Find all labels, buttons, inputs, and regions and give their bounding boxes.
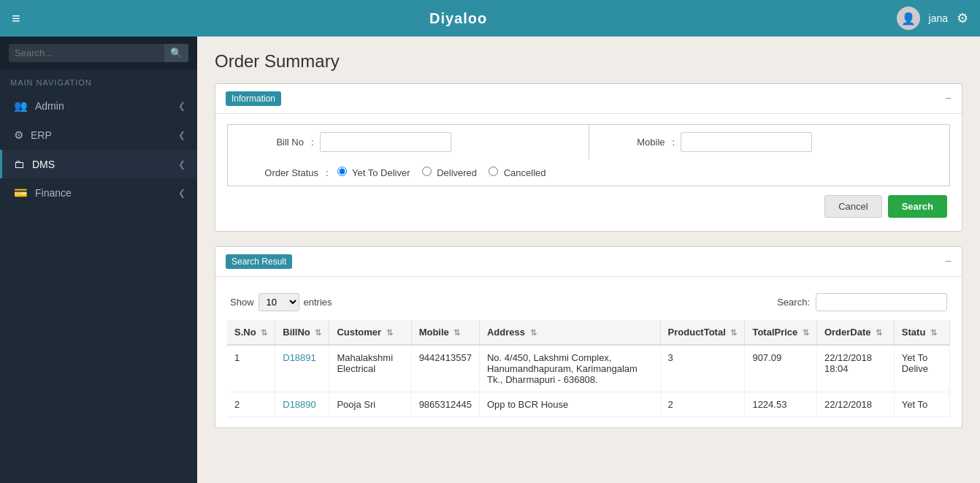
nav-label: MAIN NAVIGATION [0,69,197,91]
sno-sort-icon: ⇅ [261,328,267,337]
mobile-sort-icon: ⇅ [453,328,460,337]
cancelled-text: Cancelled [504,167,546,178]
content-area: Order Summary Information − Bill No : Mo [197,37,980,483]
radio-cancelled-label: Cancelled [489,167,545,178]
info-panel-header: Information − [215,84,962,114]
result-panel-badge: Search Result [226,254,292,269]
sidebar-search-input[interactable] [9,44,166,62]
order-status-label: Order Status [238,167,318,178]
table-row: 1 D18891 Mahalakshmi Electrical 94424135… [227,345,950,392]
sidebar-item-dms[interactable]: 🗀 DMS ❮ [0,150,197,178]
radio-delivered[interactable] [422,167,432,176]
dms-chevron: ❮ [178,159,185,170]
settings-icon[interactable]: ⚙ [957,10,968,26]
customer-sort-icon: ⇅ [386,328,393,337]
col-billno[interactable]: BillNo ⇅ [275,320,329,345]
yet-to-deliver-text: Yet To Deliver [352,167,410,178]
bill-no-field: Bill No : [228,125,589,159]
bill-no-label: Bill No [238,137,304,148]
order-date-sort-icon: ⇅ [876,328,882,337]
finance-chevron: ❮ [178,188,185,198]
delivered-text: Delivered [437,167,477,178]
table-header-row: S.No ⇅ BillNo ⇅ Customer ⇅ [227,320,950,345]
table-search-input[interactable] [816,293,947,311]
mobile-input[interactable] [681,132,812,152]
sidebar: 🔍 MAIN NAVIGATION 👥 Admin ❮ ⚙ ERP ❮ 🗀 DM… [0,37,197,483]
erp-chevron: ❮ [178,130,185,140]
dms-icon: 🗀 [14,158,25,170]
radio-cancelled[interactable] [489,167,498,176]
cancel-button[interactable]: Cancel [824,195,881,218]
col-mobile[interactable]: Mobile ⇅ [411,320,479,345]
finance-icon: 💳 [14,186,28,199]
cell-total-price-2: 1224.53 [745,392,817,417]
result-panel-collapse[interactable]: − [945,255,952,268]
page-title: Order Summary [215,51,962,72]
table-search-label: Search: [777,297,810,308]
table-body: 1 D18891 Mahalakshmi Electrical 94424135… [227,345,950,417]
result-panel-body: Show 10 25 50 100 entries Search: [215,277,962,427]
brand-title: Diyaloo [429,10,487,27]
status-colon: : [326,167,329,178]
mobile-colon: : [673,137,675,148]
cell-address-1: No. 4/450, Lakshmi Complex, Hanumandhapu… [479,345,660,392]
product-total-sort-icon: ⇅ [730,328,737,337]
result-panel: Search Result − Show 10 25 50 100 entrie… [215,246,962,428]
show-entries-select[interactable]: 10 25 50 100 [259,293,299,311]
cell-status-2: Yet To [894,392,949,417]
cell-address-2: Opp to BCR House [479,392,660,417]
show-entries-control: Show 10 25 50 100 entries [230,293,332,311]
bill-colon: : [311,137,314,148]
table-row: 2 D18890 Pooja Sri 9865312445 Opp to BCR… [227,392,950,417]
mobile-field: Mobile : [589,125,950,159]
cell-customer-2: Pooja Sri [329,392,411,417]
mobile-label: Mobile [600,137,665,148]
user-avatar: 👤 [897,7,920,30]
cell-mobile-1: 9442413557 [411,345,479,392]
admin-icon: 👥 [14,99,28,113]
sidebar-item-admin[interactable]: 👥 Admin ❮ [0,91,197,121]
info-panel-body: Bill No : Mobile : Order Status : [215,114,962,231]
address-sort-icon: ⇅ [530,328,537,337]
order-status-row: Order Status : Yet To Deliver Delivered [227,159,950,186]
total-price-sort-icon: ⇅ [803,328,809,337]
info-panel-badge: Information [226,91,281,106]
form-actions: Cancel Search [227,186,950,221]
show-label: Show [230,297,254,308]
radio-group: Yet To Deliver Delivered Cancelled [337,167,546,178]
hamburger-icon[interactable]: ≡ [12,10,20,27]
col-order-date[interactable]: OrderDate ⇅ [816,320,894,345]
header-right-icons: 👤 jana ⚙ [897,7,968,30]
sidebar-item-finance[interactable]: 💳 Finance ❮ [0,178,197,208]
radio-yet-to-deliver-label: Yet To Deliver [337,167,410,178]
col-address[interactable]: Address ⇅ [479,320,660,345]
bill-link-1[interactable]: D18891 [283,352,316,363]
col-status[interactable]: Statu ⇅ [894,320,949,345]
bill-link-2[interactable]: D18890 [283,399,316,410]
info-panel-collapse[interactable]: − [945,92,952,105]
cell-order-date-2: 22/12/2018 [816,392,894,417]
username-label: jana [929,12,948,24]
radio-yet-to-deliver[interactable] [337,167,347,176]
main-layout: 🔍 MAIN NAVIGATION 👥 Admin ❮ ⚙ ERP ❮ 🗀 DM… [0,37,980,483]
billno-sort-icon: ⇅ [315,328,321,337]
cell-billno-2: D18890 [275,392,329,417]
status-sort-icon: ⇅ [930,328,937,337]
result-panel-header: Search Result − [215,247,962,277]
sidebar-search-button[interactable]: 🔍 [164,44,188,62]
sidebar-item-erp-label: ERP [31,129,52,141]
col-total-price[interactable]: TotalPrice ⇅ [745,320,817,345]
cell-mobile-2: 9865312445 [411,392,479,417]
bill-no-input[interactable] [320,132,451,152]
col-sno[interactable]: S.No ⇅ [227,320,275,345]
results-table: S.No ⇅ BillNo ⇅ Customer ⇅ [227,320,950,417]
search-button[interactable]: Search [888,195,947,218]
col-product-total[interactable]: ProductTotal ⇅ [660,320,745,345]
cell-order-date-1: 22/12/2018 18:04 [816,345,894,392]
sidebar-item-finance-label: Finance [35,187,72,199]
col-customer[interactable]: Customer ⇅ [329,320,411,345]
sidebar-item-admin-label: Admin [35,100,64,112]
erp-icon: ⚙ [14,129,23,142]
sidebar-item-erp[interactable]: ⚙ ERP ❮ [0,121,197,150]
radio-delivered-label: Delivered [422,167,478,178]
